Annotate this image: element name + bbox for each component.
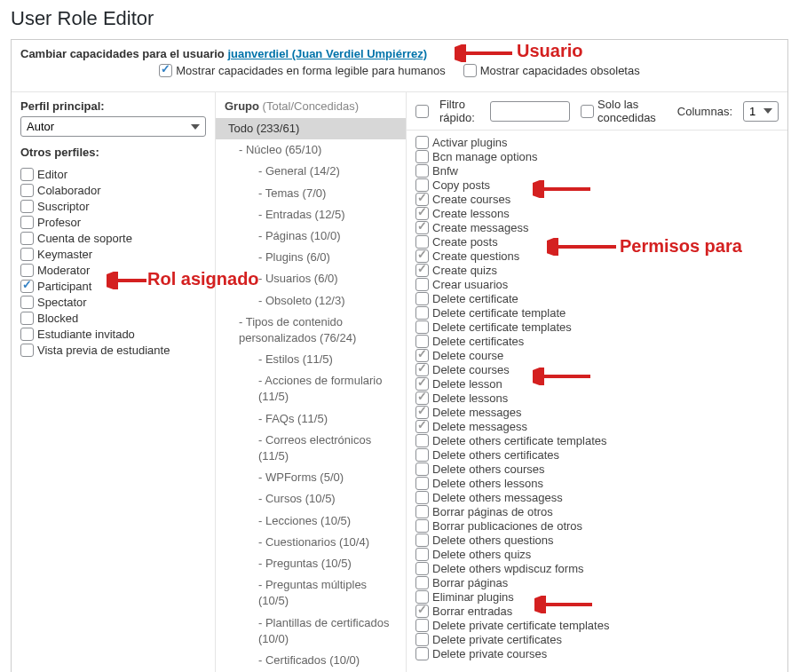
option-obsolete[interactable]: Mostrar capacidades obsoletas bbox=[463, 64, 640, 77]
granted-only-wrap[interactable]: Solo las concedidas bbox=[581, 98, 656, 124]
human-readable-checkbox[interactable] bbox=[159, 64, 172, 77]
capability-item[interactable]: Borrar publicaciones de otros bbox=[415, 519, 779, 533]
capability-item[interactable]: Create lessons bbox=[415, 207, 779, 220]
capability-checkbox[interactable] bbox=[415, 377, 429, 391]
obsolete-checkbox[interactable] bbox=[463, 64, 477, 77]
capability-item[interactable]: Borrar páginas bbox=[415, 576, 779, 589]
capability-checkbox[interactable] bbox=[415, 633, 429, 646]
capability-checkbox[interactable] bbox=[415, 562, 429, 575]
capability-item[interactable]: Create posts bbox=[415, 235, 779, 249]
capability-item[interactable]: Delete others certificate templates bbox=[415, 434, 779, 447]
filter-input[interactable] bbox=[490, 101, 570, 122]
capability-item[interactable]: Delete others messagess bbox=[415, 491, 779, 504]
capability-checkbox[interactable] bbox=[415, 534, 429, 547]
capability-item[interactable]: Crear usuarios bbox=[415, 278, 779, 291]
capability-item[interactable]: Bcn manage options bbox=[415, 150, 779, 163]
capability-item[interactable]: Delete courses bbox=[415, 363, 779, 376]
capability-item[interactable]: Bnfw bbox=[415, 164, 779, 178]
role-checkbox[interactable] bbox=[20, 232, 34, 245]
capability-checkbox[interactable] bbox=[415, 235, 429, 249]
capability-checkbox[interactable] bbox=[415, 249, 429, 263]
capability-checkbox[interactable] bbox=[415, 462, 429, 476]
group-item[interactable]: - Plugins (6/0) bbox=[216, 247, 406, 268]
capability-checkbox[interactable] bbox=[415, 406, 429, 419]
role-checkbox[interactable] bbox=[20, 216, 34, 229]
role-checkbox[interactable] bbox=[20, 312, 34, 325]
capability-checkbox[interactable] bbox=[415, 278, 429, 291]
capability-checkbox[interactable] bbox=[415, 193, 429, 206]
capability-checkbox[interactable] bbox=[415, 519, 429, 533]
capability-checkbox[interactable] bbox=[415, 178, 429, 192]
capability-checkbox[interactable] bbox=[415, 391, 429, 405]
primary-role-select[interactable]: Autor bbox=[20, 116, 206, 137]
capability-item[interactable]: Delete certificate bbox=[415, 292, 779, 305]
role-checkbox[interactable] bbox=[20, 200, 34, 213]
role-checkbox[interactable] bbox=[20, 264, 34, 277]
capability-item[interactable]: Delete course bbox=[415, 349, 779, 362]
select-all-checkbox[interactable] bbox=[415, 105, 429, 118]
capability-checkbox[interactable] bbox=[415, 576, 429, 589]
capability-checkbox[interactable] bbox=[415, 207, 429, 220]
option-human-readable[interactable]: Mostrar capacidades en forma legible par… bbox=[159, 64, 446, 77]
capability-item[interactable]: Delete others certificates bbox=[415, 448, 779, 462]
role-item[interactable]: Vista previa de estudiante bbox=[20, 344, 206, 357]
capability-item[interactable]: Delete others questions bbox=[415, 534, 779, 547]
capability-checkbox[interactable] bbox=[415, 647, 429, 660]
group-item[interactable]: - General (14/2) bbox=[216, 161, 406, 182]
capability-checkbox[interactable] bbox=[415, 335, 429, 348]
group-item[interactable]: - Entradas (12/5) bbox=[216, 204, 406, 225]
capability-item[interactable]: Delete others lessons bbox=[415, 477, 779, 490]
capability-checkbox[interactable] bbox=[415, 420, 429, 433]
capability-checkbox[interactable] bbox=[415, 292, 429, 305]
capability-item[interactable]: Delete private certificates bbox=[415, 633, 779, 646]
group-item[interactable]: - Preguntas (10/5) bbox=[216, 553, 406, 574]
capability-item[interactable]: Borrar entradas bbox=[415, 605, 779, 618]
user-link[interactable]: juanverdiel (Juan Verdiel Umpiérrez) bbox=[227, 47, 427, 60]
capability-item[interactable]: Delete others wpdiscuz forms bbox=[415, 562, 779, 575]
group-item[interactable]: - Núcleo (65/10) bbox=[216, 139, 406, 161]
capability-checkbox[interactable] bbox=[415, 448, 429, 462]
capability-checkbox[interactable] bbox=[415, 306, 429, 320]
capability-item[interactable]: Delete messages bbox=[415, 406, 779, 419]
capability-item[interactable]: Create courses bbox=[415, 193, 779, 206]
role-checkbox[interactable] bbox=[20, 184, 34, 197]
capability-checkbox[interactable] bbox=[415, 619, 429, 632]
capability-item[interactable]: Delete others quizs bbox=[415, 548, 779, 561]
capability-item[interactable]: Delete certificate templates bbox=[415, 320, 779, 334]
role-item[interactable]: Moderator bbox=[20, 264, 206, 277]
role-checkbox[interactable] bbox=[20, 280, 34, 293]
role-checkbox[interactable] bbox=[20, 168, 34, 181]
capability-checkbox[interactable] bbox=[415, 491, 429, 504]
role-item[interactable]: Suscriptor bbox=[20, 200, 206, 213]
capability-item[interactable]: Create quizs bbox=[415, 264, 779, 277]
capability-checkbox[interactable] bbox=[415, 434, 429, 447]
capability-item[interactable]: Delete private courses bbox=[415, 647, 779, 660]
group-item[interactable]: - Estilos (11/5) bbox=[216, 349, 406, 370]
capability-item[interactable]: Borrar páginas de otros bbox=[415, 505, 779, 518]
capability-checkbox[interactable] bbox=[415, 605, 429, 618]
capability-item[interactable]: Delete private certificate templates bbox=[415, 619, 779, 632]
group-item[interactable]: - Temas (7/0) bbox=[216, 183, 406, 204]
capability-checkbox[interactable] bbox=[415, 320, 429, 334]
group-item[interactable]: - Certificados (10/0) bbox=[216, 650, 406, 671]
role-checkbox[interactable] bbox=[20, 328, 34, 341]
group-item[interactable]: Todo (233/61) bbox=[216, 118, 406, 139]
group-item[interactable]: - Usuarios (6/0) bbox=[216, 268, 406, 289]
capability-item[interactable]: Create messagess bbox=[415, 221, 779, 234]
capability-checkbox[interactable] bbox=[415, 136, 429, 149]
capability-checkbox[interactable] bbox=[415, 164, 429, 178]
capability-item[interactable]: Delete lessons bbox=[415, 391, 779, 405]
group-item[interactable]: - Lecciones (10/5) bbox=[216, 510, 406, 532]
capability-checkbox[interactable] bbox=[415, 363, 429, 376]
role-item[interactable]: Cuenta de soporte bbox=[20, 232, 206, 245]
capability-item[interactable]: Activar plugins bbox=[415, 136, 779, 149]
group-item[interactable]: - Acciones de formulario (11/5) bbox=[216, 370, 406, 407]
capability-item[interactable]: Copy posts bbox=[415, 178, 779, 192]
capability-item[interactable]: Delete lesson bbox=[415, 377, 779, 391]
group-item[interactable]: - Cursos (10/5) bbox=[216, 488, 406, 510]
group-item[interactable]: - Cuestionarios (10/4) bbox=[216, 532, 406, 553]
group-item[interactable]: - Tipos de contenido personalizados (76/… bbox=[216, 312, 406, 349]
capability-checkbox[interactable] bbox=[415, 349, 429, 362]
role-item[interactable]: Colaborador bbox=[20, 184, 206, 197]
role-item[interactable]: Spectator bbox=[20, 296, 206, 309]
